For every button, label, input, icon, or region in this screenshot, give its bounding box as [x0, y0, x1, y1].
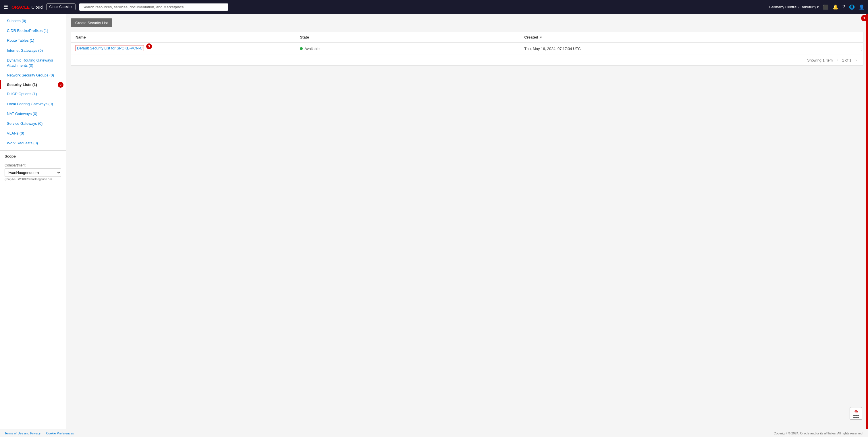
status-label: Available: [305, 47, 320, 51]
sidebar-item-work-requests[interactable]: Work Requests (0): [0, 138, 66, 148]
th-state: State: [295, 35, 520, 39]
help-dot-2: [855, 415, 857, 416]
help-dot-5: [855, 417, 857, 418]
showing-count: Showing 1 item: [807, 58, 833, 62]
user-avatar[interactable]: 👤: [859, 4, 865, 10]
help-icon[interactable]: ?: [842, 4, 845, 9]
status-dot-available: [300, 47, 303, 50]
footer-copyright: Copyright © 2024, Oracle and/or its affi…: [774, 432, 863, 435]
sidebar-item-security-lists[interactable]: Security Lists (1) 2: [0, 80, 66, 89]
sidebar-item-cidr-blocks[interactable]: CIDR Blocks/Prefixes (1): [0, 26, 66, 36]
region-label: Germany Central (Frankfurt): [769, 5, 816, 9]
help-dot-6: [857, 417, 859, 418]
pagination-next-button[interactable]: ›: [854, 57, 859, 63]
main-layout: Subnets (0) CIDR Blocks/Prefixes (1) Rou…: [0, 14, 868, 429]
region-chevron-icon: ▾: [817, 5, 819, 9]
sidebar-item-security-lists-label: Security Lists (1): [1, 80, 57, 89]
create-security-list-button[interactable]: Create Security List: [71, 19, 112, 27]
page-footer: Terms of Use and Privacy Cookie Preferen…: [0, 429, 868, 437]
help-dot-4: [854, 417, 855, 418]
hamburger-menu-icon[interactable]: ☰: [3, 4, 8, 10]
badge-3: 3: [146, 43, 152, 49]
td-name: Default Security List for SPOKE-VCN-C 3: [71, 46, 295, 52]
topnav-right: Germany Central (Frankfurt) ▾ ⬛ 🔔 ? 🌐 👤: [769, 4, 865, 10]
sidebar-item-network-security-groups[interactable]: Network Security Groups (0): [0, 70, 66, 80]
security-list-link[interactable]: Default Security List for SPOKE-VCN-C: [75, 45, 144, 51]
sidebar-item-service-gateways[interactable]: Service Gateways (0): [0, 119, 66, 128]
region-selector[interactable]: Germany Central (Frankfurt) ▾: [769, 5, 819, 9]
help-dot-3: [857, 415, 859, 416]
sidebar-item-vlans[interactable]: VLANs (0): [0, 128, 66, 138]
help-dot-1: [854, 415, 855, 416]
footer-links: Terms of Use and Privacy Cookie Preferen…: [5, 432, 74, 435]
table-row: Default Security List for SPOKE-VCN-C 3 …: [71, 42, 863, 55]
main-content: Create Security List Name State Created …: [66, 14, 868, 429]
sidebar-item-dhcp-options[interactable]: DHCP Options (1): [0, 89, 66, 99]
td-created: Thu, May 16, 2024, 07:17:34 UTC: [520, 47, 851, 51]
annotation-red-border: [866, 14, 868, 429]
compartment-hint: (root)/NETWORK/IwanHoogendo orn: [5, 178, 61, 181]
table-header: Name State Created ▼: [71, 32, 863, 42]
page-info: 1 of 1: [842, 58, 851, 62]
oracle-logo: ORACLE Cloud: [11, 5, 43, 9]
terminal-icon[interactable]: ⬛: [823, 4, 829, 10]
td-actions: ⋮: [851, 46, 863, 52]
topnav: ☰ ORACLE Cloud Cloud Classic › Search re…: [0, 0, 868, 14]
compartment-select[interactable]: IwanHoogendoorn: [5, 169, 61, 177]
help-widget[interactable]: ⊕: [849, 407, 862, 420]
security-lists-table: Name State Created ▼ Default Security Li…: [71, 32, 863, 65]
help-widget-icon: ⊕: [854, 409, 858, 414]
table-footer: Showing 1 item ‹ 1 of 1 ›: [71, 55, 863, 65]
cloud-brand: Cloud: [31, 5, 42, 9]
help-widget-grid: [854, 415, 859, 418]
sidebar-item-internet-gateways[interactable]: Internet Gateways (0): [0, 46, 66, 56]
oracle-brand: ORACLE: [11, 5, 30, 9]
sort-created-icon[interactable]: ▼: [539, 36, 542, 39]
sidebar: Subnets (0) CIDR Blocks/Prefixes (1) Rou…: [0, 14, 66, 429]
th-state-label: State: [300, 35, 309, 39]
global-search-input[interactable]: Search resources, services, documentatio…: [79, 3, 228, 11]
td-state: Available: [295, 47, 520, 51]
annotation-badge-1: 1: [861, 15, 867, 21]
sidebar-badge-2: 2: [58, 82, 63, 88]
pagination-prev-button[interactable]: ‹: [835, 57, 840, 63]
th-created-label: Created: [524, 35, 538, 39]
globe-icon[interactable]: 🌐: [849, 4, 855, 10]
bell-icon[interactable]: 🔔: [833, 4, 838, 10]
sidebar-item-route-tables[interactable]: Route Tables (1): [0, 36, 66, 46]
sidebar-item-subnets[interactable]: Subnets (0): [0, 16, 66, 26]
sidebar-item-drg-attachments[interactable]: Dynamic Routing Gateways Attachments (0): [0, 56, 66, 70]
row-context-menu-icon[interactable]: ⋮: [856, 46, 866, 52]
th-created[interactable]: Created ▼: [520, 35, 851, 39]
sidebar-item-local-peering-gateways[interactable]: Local Peering Gateways (0): [0, 99, 66, 109]
cloud-classic-button[interactable]: Cloud Classic ›: [46, 3, 76, 10]
sidebar-scope: Scope Compartment IwanHoogendoorn (root)…: [0, 150, 66, 184]
th-name: Name: [71, 35, 295, 39]
cookie-preferences-link[interactable]: Cookie Preferences: [46, 432, 74, 435]
scope-title: Scope: [5, 154, 61, 158]
sidebar-item-nat-gateways[interactable]: NAT Gateways (0): [0, 109, 66, 119]
compartment-label: Compartment: [5, 163, 61, 167]
terms-link[interactable]: Terms of Use and Privacy: [5, 432, 40, 435]
